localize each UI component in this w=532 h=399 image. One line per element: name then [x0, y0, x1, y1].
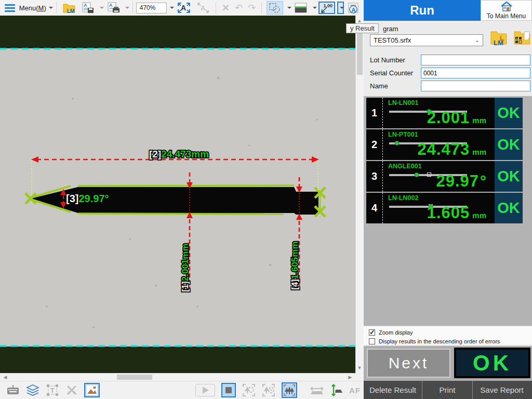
zoom-level-combobox[interactable]: 470% [136, 3, 167, 14]
measurement-value: 1.605 [427, 204, 470, 222]
open-program-lm-icon[interactable]: LM [61, 1, 77, 15]
annotation-label-4: [4]1.605mm [290, 241, 300, 290]
delete-icon[interactable]: ✕ [221, 1, 231, 15]
stage-band-top [0, 16, 355, 48]
print-button[interactable]: Print [422, 381, 473, 399]
descending-order-checkbox[interactable] [369, 338, 375, 344]
svg-text:A: A [201, 4, 206, 12]
save-report-button[interactable]: Save Report [473, 381, 531, 399]
measurement-value: 29.97 [436, 172, 479, 191]
ok-button[interactable]: OK [454, 348, 530, 378]
run-fields: Lot Number Serial Counter Name [364, 54, 532, 93]
scroll-up-icon[interactable]: ▲ [356, 18, 363, 23]
top-toolbar: Menu(M) LM A A [0, 0, 364, 16]
annotation-label-1: [1]2.001mm [180, 243, 190, 292]
horizontal-scrollbar[interactable]: ◀ ▶ [0, 373, 355, 380]
result-row-2[interactable]: 2 LN-PT001 24.473mm OK [366, 129, 523, 160]
keyboard-icon[interactable] [6, 385, 20, 395]
redo-icon[interactable]: ↷ [247, 1, 257, 15]
vertical-scroll-thumb[interactable] [357, 28, 363, 75]
fit-to-screen-icon[interactable]: A [176, 1, 192, 15]
result-row-3[interactable]: 3 ANGLE001 29.97° OK [366, 161, 523, 192]
program-label: gram [383, 25, 398, 33]
display-options: Zoom display Display results in the desc… [364, 326, 532, 345]
result-row-1[interactable]: 1 LN-LN001 2.001mm OK [366, 98, 523, 128]
image-capture-icon[interactable] [84, 383, 100, 397]
lot-number-input[interactable] [421, 55, 530, 65]
scroll-left-icon[interactable]: ◀ [2, 375, 9, 380]
autofocus-region-1-icon[interactable] [242, 383, 256, 397]
descending-order-option[interactable]: Display results in the descending order … [369, 337, 532, 345]
measurement-unit: mm [472, 148, 486, 156]
zoom-display-option[interactable]: Zoom display [369, 328, 532, 337]
svg-text:A: A [84, 3, 87, 8]
scale-factor-dropdown-caret[interactable] [337, 2, 344, 14]
transform-tool-icon[interactable]: T [46, 384, 59, 396]
print-result-icon[interactable]: A [105, 1, 121, 15]
menu-dropdown-caret[interactable] [49, 7, 53, 9]
status-badge: OK [495, 161, 523, 192]
delete-result-button[interactable]: Delete Result [364, 381, 422, 399]
stage-band-bottom [0, 347, 355, 373]
zoom-level-dropdown-caret[interactable] [167, 3, 174, 14]
stage-height-icon[interactable] [330, 383, 343, 397]
next-button[interactable]: Next [367, 349, 450, 378]
measurement-value: 2.001 [427, 109, 470, 127]
to-main-menu-button[interactable]: To Main Menu [481, 0, 532, 21]
nominal-marker [427, 172, 431, 177]
run-play-icon[interactable] [195, 384, 215, 396]
selection-tool-icon[interactable] [267, 1, 283, 15]
vertical-scrollbar[interactable]: ▲ ▼ [355, 16, 363, 373]
name-input[interactable] [421, 81, 530, 91]
annotation-label-3: [3]29.97° [66, 193, 109, 204]
undo-icon[interactable]: ↶ [234, 1, 244, 15]
value-indicator [395, 141, 400, 145]
edge-display-icon[interactable] [293, 1, 309, 15]
name-label: Name [370, 82, 388, 90]
multi-point-focus-icon[interactable] [282, 382, 297, 398]
result-row-4[interactable]: 4 LN-LN002 1.605mm OK [366, 193, 523, 223]
autofocus-region-2-icon[interactable] [262, 383, 275, 397]
lot-number-row: Lot Number [364, 54, 532, 67]
annotation-label-2: [2]24.473mm [149, 149, 209, 159]
zoom-display-checkbox[interactable] [369, 329, 375, 336]
af-button[interactable]: AF [349, 386, 361, 395]
result-index: 4 [366, 193, 383, 223]
svg-text:A: A [351, 7, 355, 13]
svg-text:LM: LM [67, 8, 74, 14]
scroll-down-icon[interactable]: ▼ [356, 365, 363, 370]
hamburger-menu-icon[interactable] [5, 4, 15, 12]
zoom-display-label: Zoom display [379, 329, 413, 336]
stop-icon[interactable] [221, 383, 236, 397]
edge-display-dropdown-caret[interactable] [313, 7, 317, 9]
program-select[interactable]: TEST05.srfx ⌄ [370, 34, 483, 46]
layers-icon[interactable] [26, 384, 39, 396]
serial-counter-input[interactable] [421, 68, 530, 78]
save-result-icon[interactable]: A [80, 1, 96, 15]
status-badge: OK [495, 98, 523, 128]
measurement-unit: mm [472, 211, 486, 220]
toolbar-separator [132, 2, 133, 14]
selection-tool-dropdown-caret[interactable] [287, 7, 291, 9]
measurement-unit: ° [480, 172, 486, 190]
run-panel: gram TEST05.srfx ⌄ LM [364, 21, 532, 381]
swap-cut-icon[interactable] [65, 384, 78, 396]
svg-text:LM: LM [494, 39, 503, 46]
svg-text:A: A [181, 4, 186, 12]
camera-viewport[interactable]: [2]24.473mm [3]29.97° [1]2.001mm [4]1.60… [0, 16, 355, 373]
value-indicator [414, 172, 419, 177]
horizontal-scroll-thumb[interactable] [117, 375, 152, 380]
program-folder-lm-icon[interactable]: LM [488, 28, 509, 47]
stage-width-icon[interactable] [310, 384, 324, 396]
scroll-right-icon[interactable]: ▶ [347, 375, 354, 380]
chevron-down-icon: ⌄ [475, 37, 480, 44]
scale-factor-icon[interactable]: 1.00 [318, 2, 335, 14]
program-folder-qr-icon[interactable] [512, 28, 532, 47]
menu-button[interactable]: Menu(M) [19, 4, 46, 12]
annotation-display-icon[interactable]: A [345, 1, 362, 15]
application-window: Menu(M) LM A A [0, 0, 532, 399]
print-dropdown-caret[interactable] [125, 7, 129, 9]
shrink-text-icon[interactable]: A [195, 1, 211, 15]
measurement-name: ANGLE001 [388, 163, 422, 170]
save-dropdown-caret[interactable] [100, 7, 104, 9]
